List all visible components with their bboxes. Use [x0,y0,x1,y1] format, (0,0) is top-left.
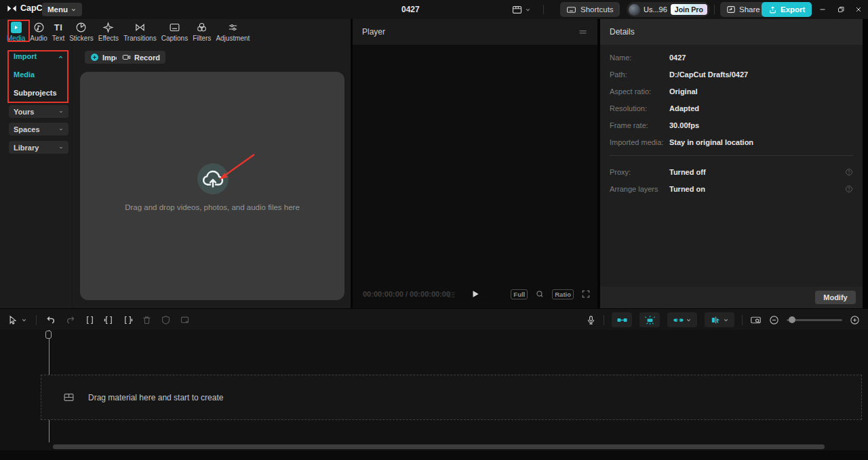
tab-audio[interactable]: Audio [30,22,47,42]
menu-label: Menu [47,5,68,14]
details-divider [610,155,853,156]
chevron-up-icon[interactable] [58,54,64,60]
play-button[interactable] [471,289,480,299]
project-title: 0427 [401,5,420,14]
detail-label: Name: [610,54,669,62]
full-quality-button[interactable]: Full [511,289,528,299]
snapping-toggle[interactable] [705,312,734,327]
timecode: 00:00:00:00 / 00:00:00:00 [363,290,450,298]
split-icon[interactable] [85,315,95,325]
detail-row-imported-media: Imported media: Stay in original locatio… [600,133,863,150]
toolbar-divider [36,315,37,325]
split-right-icon[interactable] [123,315,133,325]
stickers-tab-icon [75,22,87,33]
record-button[interactable]: Record [117,51,165,64]
minimize-button[interactable] [814,0,831,19]
detail-label: Proxy: [610,168,669,176]
tab-effects[interactable]: Effects [98,22,119,42]
chevron-down-icon [58,145,64,150]
sidebar-section-yours[interactable]: Yours [9,105,68,118]
media-dropzone[interactable]: Drag and drop videos, photos, and audio … [80,72,344,300]
filters-tab-icon [196,22,208,33]
record-label: Record [134,54,160,62]
chevron-down-icon [686,317,692,323]
timeline-zoom-slider[interactable] [787,316,842,324]
select-tool-button[interactable] [8,315,27,325]
details-body: Name: 0427 Path: D:/CapCut Drafts/0427 A… [600,45,863,197]
sidebar-item-import[interactable]: Import [14,52,37,60]
tab-transitions[interactable]: Transitions [123,22,157,42]
delete-icon[interactable] [142,315,152,325]
tab-media[interactable]: Media [7,22,25,42]
link-clips-toggle[interactable] [667,312,697,327]
join-pro-badge[interactable]: Join Pro [671,4,707,15]
user-account-button[interactable]: Us...96 Join Pro [627,2,710,17]
detail-row-frame-rate: Frame rate: 30.00fps [600,117,863,133]
tab-filters[interactable]: Filters [193,22,211,42]
share-label: Share [739,5,760,14]
sidebar-item-media[interactable]: Media [14,70,35,79]
panel-menu-icon[interactable] [578,27,588,37]
section-label: Spaces [14,125,40,133]
zoom-in-icon[interactable] [850,315,860,325]
tab-stickers[interactable]: Stickers [69,22,94,42]
microphone-icon[interactable] [586,315,596,325]
panel-layout-button[interactable] [511,3,531,16]
player-panel: Player 00:00:00:00 / 00:00:00:00 Full Ra… [353,19,597,308]
zoom-preview-icon[interactable] [535,289,545,299]
slider-handle[interactable] [789,316,795,323]
timeline-area[interactable]: Drag material here and start to create [0,330,868,460]
frames-preview-icon[interactable] [446,289,456,299]
sidebar-section-spaces[interactable]: Spaces [9,123,68,135]
horizontal-scrollbar[interactable] [53,444,825,449]
main-track-magnet-toggle[interactable] [612,312,632,327]
magnet-link-icon [616,314,628,326]
maximize-button[interactable] [832,0,850,19]
media-content-area: Import Record Drag and drop videos, phot… [73,45,351,308]
camera-icon [122,53,131,62]
tab-label: Filters [193,35,211,42]
modify-button[interactable]: Modify [815,291,856,304]
chevron-down-icon [58,127,64,132]
export-button[interactable]: Export [762,2,812,17]
undo-icon[interactable] [45,314,56,325]
snap-icon [710,314,722,326]
chevron-down-icon [525,7,531,13]
share-button[interactable]: Share [720,2,766,17]
menu-button[interactable]: Menu [42,3,82,16]
split-left-icon[interactable] [104,315,114,325]
close-button[interactable] [850,0,867,19]
help-icon[interactable] [845,168,853,176]
preview-frame-level-icon[interactable] [750,314,762,326]
chevron-down-icon [71,7,77,13]
tab-captions[interactable]: Captions [161,22,188,42]
ratio-button[interactable]: Ratio [552,289,574,299]
topbar-divider [618,5,619,14]
detail-label: Aspect ratio: [610,87,669,96]
details-footer: Modify [600,287,863,308]
link-icon [673,314,684,326]
zoom-out-icon[interactable] [769,315,779,325]
sidebar-item-subprojects[interactable]: Subprojects [14,89,57,97]
detail-row-name: Name: 0427 [600,49,863,66]
chevron-down-icon [21,317,27,323]
crop-edit-icon[interactable] [180,315,190,325]
redo-icon[interactable] [65,314,76,325]
timeline-dropzone[interactable]: Drag material here and start to create [41,375,862,420]
chevron-down-icon [723,317,729,323]
timeline-tools-left [8,309,190,331]
tab-adjustment[interactable]: Adjustment [216,22,250,42]
playhead-handle[interactable] [45,331,52,339]
export-icon [768,5,777,14]
asset-tab-bar: Media Audio TI Text Stickers [0,19,351,45]
sidebar-section-library[interactable]: Library [9,141,68,154]
mask-icon[interactable] [161,315,171,325]
tab-text[interactable]: TI Text [52,22,64,42]
effects-tab-icon [102,22,114,33]
fullscreen-icon[interactable] [581,289,591,299]
shortcuts-button[interactable]: Shortcuts [560,2,620,17]
tab-label: Adjustment [216,35,250,42]
help-icon[interactable] [845,185,853,193]
captions-tab-icon [169,22,180,33]
auto-align-toggle[interactable] [639,312,660,327]
